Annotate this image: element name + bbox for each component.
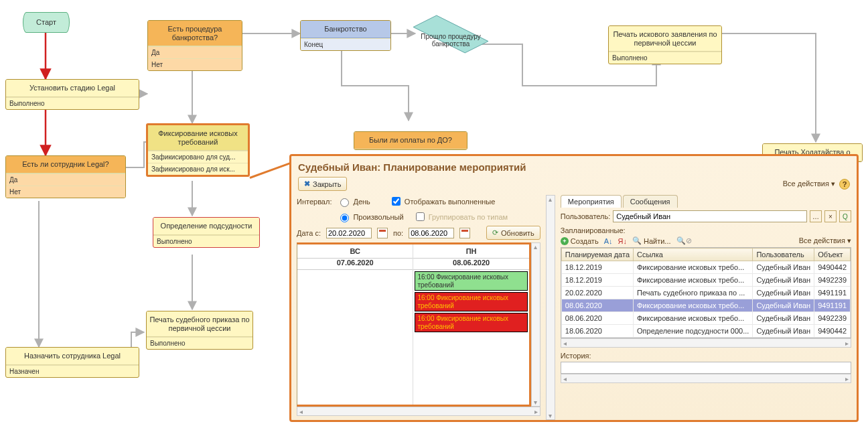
calendar-icon[interactable] (377, 228, 388, 238)
find-button[interactable]: 🔍 Найти... (632, 236, 671, 245)
search-icon: 🔍 (632, 236, 642, 245)
show-done-checkbox[interactable]: Отображать выполненные (389, 195, 496, 208)
date-from-input[interactable] (326, 228, 372, 238)
fix-claims-node[interactable]: Фиксирование исковых требований Зафикиси… (146, 123, 250, 177)
grid-all-actions[interactable]: Все действия (799, 236, 851, 245)
calendar-events-empty (297, 270, 413, 405)
calendar-col-sunday: ВС 07.06.2020 (297, 244, 413, 405)
close-button[interactable]: ✖ Закрыть (298, 177, 347, 191)
plus-icon: + (561, 237, 569, 245)
calendar-icon[interactable] (459, 228, 470, 238)
user-field[interactable] (613, 210, 807, 222)
user-label: Пользователь: (561, 212, 610, 220)
table-row[interactable]: 18.06.2020Определение подсудности 000...… (561, 325, 850, 338)
scrollbar-vertical[interactable]: ▴▾ (531, 242, 540, 407)
interval-label: Интервал: (297, 198, 332, 206)
col-ref[interactable]: Ссылка (634, 249, 753, 261)
tab-events[interactable]: Мероприятия (561, 195, 622, 208)
calendar-grid: ВС 07.06.2020 ПН 08.06.2020 16:00 Фиксир… (297, 242, 531, 407)
clear-filter-icon[interactable]: 🔍⊘ (676, 236, 692, 245)
sort-desc-icon[interactable]: Я↓ (618, 237, 626, 245)
date-from-label: Дата с: (297, 229, 321, 237)
col-user[interactable]: Пользователь (753, 249, 814, 261)
col-date[interactable]: Планируемая дата (561, 249, 633, 261)
tab-messages[interactable]: Сообщения (623, 195, 678, 208)
close-icon: ✖ (304, 180, 310, 188)
scheduled-grid[interactable]: Планируемая дата Ссылка Пользователь Объ… (561, 247, 851, 338)
history-label: История: (561, 352, 851, 360)
has-legal-emp-node: Есть ли сотрудник Legal? Да Нет (5, 155, 126, 198)
all-actions-menu[interactable]: Все действия (783, 180, 835, 188)
print-claim-primary-node: Печать искового заявления по первичной ц… (608, 25, 722, 64)
col-obj[interactable]: Объект (814, 249, 851, 261)
print-order-primary-node: Печать судебного приказа по первичной це… (146, 311, 253, 350)
define-jurisdiction-node: Определение подсудности Выполнено (153, 217, 260, 248)
planner-title: Судебный Иван: Планирование мероприятий (291, 156, 857, 175)
assign-legal-emp-node: Назначить сотрудника Legal Назначен (5, 347, 139, 378)
table-row[interactable]: 18.12.2019Фиксирование исковых требо...С… (561, 274, 850, 287)
clear-button[interactable]: × (824, 210, 837, 222)
callout-line (249, 161, 294, 179)
date-to-label: по: (393, 229, 403, 237)
table-row[interactable]: 18.12.2019Фиксирование исковых требо...С… (561, 261, 850, 274)
scrollbar-horizontal[interactable]: ◂▸ (297, 407, 540, 416)
were-payments-node: Были ли оплаты по ДО? (354, 131, 467, 150)
ellipsis-button[interactable]: … (810, 210, 822, 222)
group-by-type-checkbox[interactable]: Группировать по типам (413, 210, 508, 223)
date-to-input[interactable] (409, 228, 454, 238)
calendar-col-monday[interactable]: ПН 08.06.2020 16:00 Фиксирование исковых… (413, 244, 528, 405)
has-bankruptcy-node: Есть процедура банкротства? Да Нет (147, 20, 242, 71)
scheduled-label: Запланированные: (561, 226, 851, 234)
table-row[interactable]: 08.06.2020Фиксирование исковых требо...С… (561, 312, 850, 325)
help-icon[interactable]: ? (839, 179, 850, 190)
grid-scrollbar-horizontal[interactable]: ◂▸ (561, 338, 851, 348)
table-row[interactable]: 08.06.2020Фиксирование исковых требо...С… (561, 299, 850, 312)
calendar-event[interactable]: 16:00 Фиксирование исковых требований (415, 313, 527, 332)
create-button[interactable]: + Создать (561, 237, 599, 245)
refresh-button[interactable]: ⟳ Обновить (486, 226, 540, 240)
history-grid[interactable] (561, 362, 851, 374)
lookup-button[interactable]: Q (839, 210, 851, 222)
sort-asc-icon[interactable]: А↓ (604, 237, 613, 245)
bankruptcy-done-diamond: Прошло процедуру банкротства (407, 25, 494, 51)
start-node: Старт (23, 12, 70, 33)
interval-arbitrary-radio[interactable]: Произвольный (337, 212, 403, 222)
calendar-event[interactable]: 16:00 Фиксирование исковых требований (415, 271, 527, 291)
planner-window: Судебный Иван: Планирование мероприятий … (289, 154, 859, 422)
set-stage-node: Установить стадию Legal Выполнено (5, 79, 139, 110)
planner-left-pane: Интервал: День Отображать выполненные Ин… (291, 195, 546, 420)
bankruptcy-node: Банкротство Конец (300, 20, 391, 51)
table-row[interactable]: 20.02.2020Печать судебного приказа по ..… (561, 287, 850, 299)
calendar-event[interactable]: 16:00 Фиксирование исковых требований (415, 292, 527, 311)
splitter[interactable]: ▴▾ (546, 195, 555, 420)
interval-day-radio[interactable]: День (337, 196, 370, 207)
refresh-icon: ⟳ (492, 228, 498, 237)
history-scrollbar-horizontal[interactable]: ◂▸ (561, 374, 851, 383)
planner-right-pane: Мероприятия Сообщения Пользователь: … × … (555, 195, 857, 420)
